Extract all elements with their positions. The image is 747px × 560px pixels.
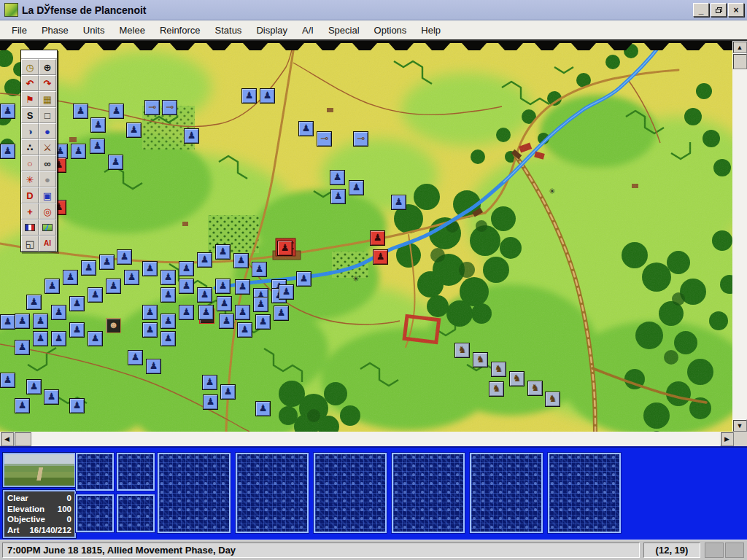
- allied-infantry-counter[interactable]: ♟: [179, 261, 194, 276]
- french-flag-button[interactable]: [21, 219, 39, 236]
- allied-infantry-counter[interactable]: ♟: [0, 314, 15, 330]
- allied-infantry-counter[interactable]: ♟: [179, 279, 194, 294]
- allied-infantry-counter[interactable]: ♟: [15, 340, 30, 355]
- allied-infantry-counter[interactable]: ♟: [202, 375, 217, 390]
- allied-artillery-counter[interactable]: ⊸: [353, 131, 368, 147]
- allied-infantry-counter[interactable]: ♟: [71, 144, 86, 159]
- toolbox-grip[interactable]: [21, 50, 57, 59]
- allied-infantry-counter[interactable]: ♟: [197, 287, 212, 303]
- allied-infantry-counter[interactable]: ♟: [391, 195, 406, 210]
- unit-slot-large[interactable]: [158, 453, 231, 533]
- allied-infantry-counter[interactable]: ♟: [298, 121, 314, 136]
- french-infantry-counter[interactable]: ♟: [373, 249, 388, 265]
- ai-button[interactable]: AI: [39, 236, 56, 252]
- allied-infantry-counter[interactable]: ♟: [51, 305, 66, 320]
- allied-infantry-counter[interactable]: ♟: [73, 104, 88, 119]
- allied-infantry-counter[interactable]: ♟: [330, 189, 346, 204]
- binoculars-button[interactable]: ∞: [39, 155, 56, 171]
- allied-cavalry-counter[interactable]: ♞: [527, 381, 543, 396]
- allied-infantry-counter[interactable]: ♟: [255, 401, 271, 416]
- allied-infantry-counter[interactable]: ♟: [26, 379, 42, 394]
- allied-infantry-counter[interactable]: ♟: [90, 139, 105, 154]
- menu-file[interactable]: File: [4, 22, 34, 39]
- allied-infantry-counter[interactable]: ♟: [142, 322, 158, 338]
- menu-display[interactable]: Display: [249, 22, 295, 39]
- allied-infantry-counter[interactable]: ♟: [99, 254, 115, 270]
- title-bar[interactable]: La DЎfense de Plancenoit _ ×: [0, 0, 747, 20]
- menu-special[interactable]: Special: [321, 22, 367, 39]
- allied-infantry-counter[interactable]: ♟: [0, 373, 15, 388]
- unit-slot-large[interactable]: [236, 453, 309, 533]
- allied-infantry-counter[interactable]: ♟: [241, 88, 257, 104]
- wheel-button[interactable]: ✳: [21, 171, 39, 187]
- allied-infantry-counter[interactable]: ♟: [15, 314, 30, 329]
- allied-infantry-counter[interactable]: ♟: [233, 253, 249, 268]
- leader-counter[interactable]: ☻: [106, 318, 121, 333]
- allied-infantry-counter[interactable]: ♟: [69, 322, 85, 338]
- allied-infantry-counter[interactable]: ♟: [279, 284, 294, 300]
- smoke-button[interactable]: ●: [39, 171, 56, 187]
- menu-ai[interactable]: A/I: [295, 22, 321, 39]
- allied-infantry-counter[interactable]: ♟: [44, 279, 60, 294]
- counter-oval-button[interactable]: ●: [39, 123, 56, 139]
- battle-map[interactable]: ✳ ✳ ♟♟♟⊸⊸⊸⊸♟♟♟♟♟♟♟♟♟♟♟♟♟♟♟♟♟♟♟♟☻☻♟♟♟♟♟♟♟…: [0, 41, 732, 432]
- unit-slot-large[interactable]: [548, 453, 621, 533]
- toolbox-window[interactable]: ◷⊕↶↷⚑▦S□◑●∴⚔○∞✳●D▣+◎◱AI: [20, 50, 58, 252]
- allied-infantry-counter[interactable]: ♟: [0, 104, 15, 119]
- terrain-field-button[interactable]: ▦: [39, 91, 56, 107]
- allied-infantry-counter[interactable]: ♟: [128, 350, 143, 365]
- scroll-left-button[interactable]: ◀: [0, 432, 14, 446]
- allied-infantry-counter[interactable]: ♟: [69, 398, 85, 413]
- menu-reinforce[interactable]: Reinforce: [152, 22, 208, 39]
- allied-infantry-counter[interactable]: ♟: [197, 252, 212, 268]
- unit-slot-small[interactable]: [117, 453, 155, 491]
- allied-infantry-counter[interactable]: ♟: [51, 331, 66, 346]
- allied-infantry-counter[interactable]: ♟: [219, 314, 234, 329]
- allied-infantry-counter[interactable]: ♟: [349, 180, 364, 195]
- allied-cavalry-counter[interactable]: ♞: [473, 352, 488, 368]
- stack-button[interactable]: S: [21, 107, 39, 123]
- menu-status[interactable]: Status: [208, 22, 249, 39]
- allied-infantry-counter[interactable]: ♟: [69, 296, 85, 311]
- allied-infantry-counter[interactable]: ♟: [15, 398, 30, 413]
- allied-infantry-counter[interactable]: ♟: [146, 359, 161, 374]
- close-button[interactable]: ×: [728, 3, 744, 17]
- hex-outline-button[interactable]: □: [39, 107, 56, 123]
- allied-infantry-counter[interactable]: ♟: [255, 314, 271, 330]
- prev-phase-button[interactable]: ↶: [21, 75, 39, 91]
- allied-infantry-counter[interactable]: ♟: [44, 389, 59, 405]
- allied-infantry-counter[interactable]: ♟: [109, 104, 124, 119]
- menu-melee[interactable]: Melee: [112, 22, 152, 39]
- division-button[interactable]: D: [21, 187, 39, 203]
- unit-slot-small[interactable]: [117, 494, 155, 532]
- allied-infantry-counter[interactable]: ♟: [126, 122, 142, 138]
- allied-infantry-counter[interactable]: ♟: [108, 155, 123, 170]
- allied-cavalry-counter[interactable]: ♞: [489, 381, 504, 397]
- allied-infantry-counter[interactable]: ♟: [160, 331, 176, 346]
- portrait-button[interactable]: ◑: [21, 123, 39, 139]
- allied-infantry-counter[interactable]: ♟: [235, 305, 250, 320]
- vertical-scrollbar[interactable]: ▲ ▼: [732, 41, 747, 432]
- allied-infantry-counter[interactable]: ♟: [81, 260, 96, 276]
- allied-infantry-counter[interactable]: ♟: [124, 270, 139, 285]
- allied-infantry-counter[interactable]: ♟: [253, 297, 268, 312]
- horizontal-scrollbar[interactable]: ◀ ▶: [0, 432, 734, 446]
- circle-button[interactable]: ○: [21, 155, 39, 171]
- allied-infantry-counter[interactable]: ♟: [330, 170, 345, 185]
- objective-flag-button[interactable]: ⚑: [21, 91, 39, 107]
- menu-phase[interactable]: Phase: [34, 22, 76, 39]
- vscroll-thumb[interactable]: [732, 53, 747, 69]
- allied-cavalry-counter[interactable]: ♞: [491, 362, 506, 377]
- unit-slot-large[interactable]: [392, 453, 465, 533]
- scroll-down-button[interactable]: ▼: [732, 419, 747, 432]
- windows-button[interactable]: ▣: [39, 187, 56, 203]
- allied-infantry-counter[interactable]: ♟: [215, 244, 231, 260]
- target-button[interactable]: ◎: [39, 203, 56, 219]
- jump-map-button[interactable]: [39, 219, 56, 236]
- allied-infantry-counter[interactable]: ♟: [142, 305, 158, 320]
- allied-infantry-counter[interactable]: ♟: [88, 287, 103, 303]
- allied-infantry-counter[interactable]: ♟: [260, 88, 275, 104]
- hscroll-thumb[interactable]: [14, 432, 31, 446]
- minimize-button[interactable]: _: [693, 3, 709, 17]
- allied-infantry-counter[interactable]: ♟: [88, 331, 103, 346]
